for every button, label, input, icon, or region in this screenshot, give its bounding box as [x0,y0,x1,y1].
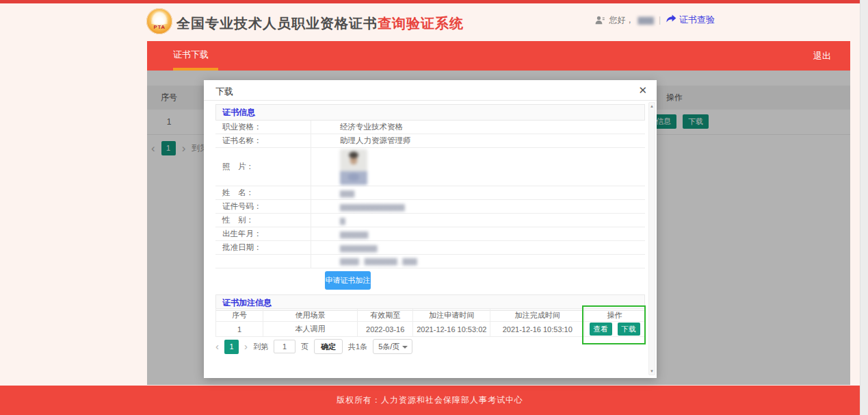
site-title: 全国专业技术人员职业资格证书查询验证系统 [176,14,464,33]
annotation-cell: 本人调用 [263,322,358,337]
cert-verify-link[interactable]: 证书查验 [666,14,715,26]
annotation-col-header: 操作 [585,309,645,322]
site-header: PTA 全国专业技术人员职业资格证书查询验证系统 您好， ▇▇▇ | 证书查验 [0,3,860,41]
prev-page-arrow[interactable]: ‹ [215,340,219,353]
info-value: ▇▇▇▇▇▇▇▇▇▇▇▇▇▇ [340,203,404,211]
view-button[interactable]: 查看 [590,323,612,336]
info-value: ▇▇▇▇：▇▇▇▇▇▇▇，▇▇▇ [340,257,417,265]
info-label: 出生年月： [215,227,311,240]
info-label: 批准日期： [215,241,311,254]
user-icon [595,16,605,25]
goto-page-label: 到第 [253,342,268,352]
modal-title: 下载 [215,86,233,98]
total-count-label: 共1条 [348,342,367,352]
site-footer: 版权所有：人力资源和社会保障部人事考试中心 [0,386,860,415]
info-value: 助理人力资源管理师 [340,136,411,144]
user-name: ▇▇▇ [637,16,653,25]
annotation-data-row: 1本人调用2022-03-162021-12-16 10:53:022021-1… [216,322,645,337]
apply-annotation-button[interactable]: 申请证书加注 [325,271,371,290]
info-label: 证书名称： [215,134,311,147]
info-label [215,255,311,268]
cert-info-section-title: 证书信息 [215,104,645,121]
info-value: ▇▇▇▇▇▇ [340,231,367,238]
annotation-cell: 2021-12-16 10:53:02 [413,322,490,337]
info-label: 职业资格： [215,121,311,134]
cert-info-row: 职业资格：经济专业技术资格 [215,121,645,134]
info-label: 性 别： [215,214,311,227]
modal-header: 下载 ✕ [204,80,657,101]
close-icon[interactable]: ✕ [638,84,647,97]
confirm-page-button[interactable]: 确定 [314,339,343,354]
copyright-text: 版权所有：人力资源和社会保障部人事考试中心 [337,394,523,406]
user-bar-separator: | [659,15,661,25]
cert-info-table: 职业资格：经济专业技术资格证书名称：助理人力资源管理师照 片：姓 名：▇▇▇证件… [215,121,645,268]
annotation-table: 序号使用场景有效期至加注申请时间加注完成时间操作1本人调用2022-03-162… [215,308,645,337]
current-page-button[interactable]: 1 [224,340,239,354]
certificate-photo [340,149,367,185]
browser-scrollbar[interactable] [860,0,868,415]
scroll-down-icon[interactable]: ▼ [649,369,655,373]
download-button[interactable]: 下载 [618,323,640,336]
download-modal: 下载 ✕ ▲ ▼ 证书信息 职业资格：经济专业技术资格证书名称：助理人力资源管理… [204,80,657,378]
info-value: 经济专业技术资格 [340,123,403,131]
page-size-select[interactable]: 5条/页 [373,339,412,354]
cert-info-row: ▇▇▇▇：▇▇▇▇▇▇▇，▇▇▇ [215,255,645,268]
annotation-col-header: 加注申请时间 [413,309,490,322]
site-title-main: 全国专业技术人员职业资格证书 [176,16,378,31]
cert-info-row: 姓 名：▇▇▇ [215,186,645,200]
greeting-text: 您好， [609,14,633,26]
annotation-cell: 2021-12-16 10:53:10 [490,322,585,337]
page-unit-label: 页 [301,342,308,352]
modal-scrollbar[interactable]: ▲ ▼ [648,102,655,375]
cert-info-row: 性 别：▇ [215,214,645,227]
info-value: ▇▇▇ [340,190,354,197]
cert-info-row: 证书名称：助理人力资源管理师 [215,134,645,148]
pta-logo: PTA [146,8,172,34]
user-bar: 您好， ▇▇▇ | 证书查验 [595,13,715,27]
tab-cert-download[interactable]: 证书下载 [157,41,225,68]
cert-info-row: 照 片： [215,148,645,186]
next-page-arrow[interactable]: › [244,340,248,353]
info-value: ▇ [340,217,345,225]
main-nav: 证书下载 退出 [147,41,850,71]
annotation-actions-cell: 查看下载 [585,322,645,337]
info-label: 证件号码： [215,200,311,213]
info-label: 姓 名： [215,186,311,199]
info-value: ▇▇▇▇▇▇▇▇ [340,244,377,252]
scroll-up-icon[interactable]: ▲ [649,104,655,108]
annotation-cell: 2022-03-16 [358,322,414,337]
cert-verify-label: 证书查验 [679,14,715,26]
annotation-col-header: 使用场景 [263,309,358,322]
annotation-header-row: 序号使用场景有效期至加注申请时间加注完成时间操作 [216,309,645,322]
annotation-col-header: 加注完成时间 [490,309,585,322]
annotation-col-header: 序号 [216,309,263,322]
site-title-suffix: 查询验证系统 [378,16,464,31]
logout-button[interactable]: 退出 [806,41,838,71]
goto-page-input[interactable]: 1 [274,340,295,353]
info-label: 照 片： [215,148,311,186]
pta-logo-text: PTA [146,24,172,30]
cert-info-row: 证件号码：▇▇▇▇▇▇▇▇▇▇▇▇▇▇ [215,200,645,214]
annotation-cell: 1 [216,322,263,337]
cert-info-row: 出生年月：▇▇▇▇▇▇ [215,227,645,241]
cert-info-row: 批准日期：▇▇▇▇▇▇▇▇ [215,241,645,255]
share-arrow-icon [666,14,676,25]
annotation-pagination: ‹ 1 › 到第 1 页 确定 共1条 5条/页 [215,339,412,354]
annotation-col-header: 有效期至 [358,309,414,322]
